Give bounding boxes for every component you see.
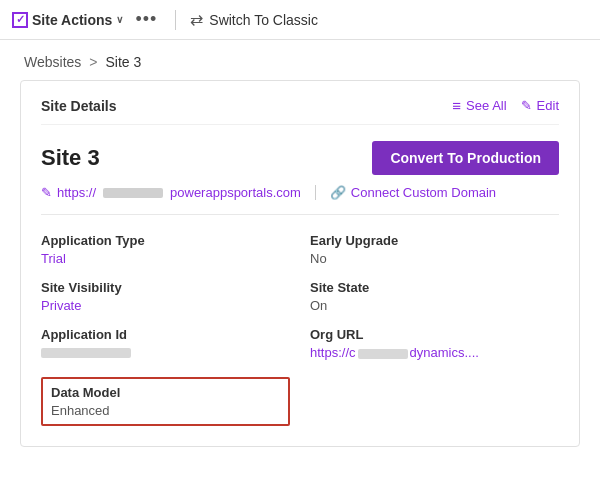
detail-early-upgrade: Early Upgrade No xyxy=(310,233,559,266)
more-options-button[interactable]: ••• xyxy=(131,9,161,30)
value-site-visibility: Private xyxy=(41,298,290,313)
switch-icon: ⇄ xyxy=(190,10,203,29)
link-icon: 🔗 xyxy=(330,185,346,200)
label-org-url: Org URL xyxy=(310,327,559,342)
detail-org-url: Org URL https://cdynamics.... xyxy=(310,327,559,361)
breadcrumb-parent[interactable]: Websites xyxy=(24,54,81,70)
label-site-state: Site State xyxy=(310,280,559,295)
switch-label: Switch To Classic xyxy=(209,12,318,28)
detail-application-type: Application Type Trial xyxy=(41,233,290,266)
detail-data-model: Data Model Enhanced xyxy=(41,377,290,426)
org-url-suffix: dynamics.... xyxy=(410,345,479,360)
top-nav: ✓ Site Actions ∨ ••• ⇄ Switch To Classic xyxy=(0,0,600,40)
list-icon: ≡ xyxy=(452,97,461,114)
value-site-state: On xyxy=(310,298,559,313)
connect-custom-domain-link[interactable]: 🔗 Connect Custom Domain xyxy=(316,185,496,200)
label-early-upgrade: Early Upgrade xyxy=(310,233,559,248)
site-title-row: Site 3 Convert To Production xyxy=(41,141,559,175)
details-grid: Application Type Trial Early Upgrade No … xyxy=(41,233,559,426)
detail-site-visibility: Site Visibility Private xyxy=(41,280,290,313)
value-data-model: Enhanced xyxy=(51,403,280,418)
url-suffix: powerappsportals.com xyxy=(170,185,301,200)
site-actions-chevron-icon: ∨ xyxy=(116,14,123,25)
detail-site-state: Site State On xyxy=(310,280,559,313)
edit-label: Edit xyxy=(537,98,559,113)
site-name: Site 3 xyxy=(41,145,100,171)
label-data-model: Data Model xyxy=(51,385,280,400)
url-redacted-part xyxy=(103,188,163,198)
value-org-url: https://cdynamics.... xyxy=(310,345,559,360)
url-pencil-icon: ✎ xyxy=(41,185,52,200)
value-application-type: Trial xyxy=(41,251,290,266)
breadcrumb-current: Site 3 xyxy=(106,54,142,70)
connect-domain-label: Connect Custom Domain xyxy=(351,185,496,200)
card-title: Site Details xyxy=(41,98,116,114)
detail-application-id: Application Id xyxy=(41,327,290,361)
org-url-prefix: https://c xyxy=(310,345,356,360)
pencil-icon: ✎ xyxy=(521,98,532,113)
site-actions-label: Site Actions xyxy=(32,12,112,28)
label-site-visibility: Site Visibility xyxy=(41,280,290,295)
see-all-label: See All xyxy=(466,98,506,113)
see-all-button[interactable]: ≡ See All xyxy=(452,97,506,114)
nav-divider xyxy=(175,10,176,30)
breadcrumb-separator: > xyxy=(89,54,97,70)
convert-to-production-button[interactable]: Convert To Production xyxy=(372,141,559,175)
label-application-type: Application Type xyxy=(41,233,290,248)
org-url-redacted xyxy=(358,349,408,359)
label-application-id: Application Id xyxy=(41,327,290,342)
url-prefix: https:// xyxy=(57,185,96,200)
card-header: Site Details ≡ See All ✎ Edit xyxy=(41,97,559,125)
value-early-upgrade: No xyxy=(310,251,559,266)
value-application-id-redacted xyxy=(41,348,131,358)
card-header-actions: ≡ See All ✎ Edit xyxy=(452,97,559,114)
site-actions-menu[interactable]: ✓ Site Actions ∨ xyxy=(12,12,123,28)
site-actions-checkbox-icon: ✓ xyxy=(12,12,28,28)
site-details-card: Site Details ≡ See All ✎ Edit Site 3 Con… xyxy=(20,80,580,447)
switch-to-classic-button[interactable]: ⇄ Switch To Classic xyxy=(190,10,318,29)
breadcrumb: Websites > Site 3 xyxy=(0,40,600,80)
url-row: ✎ https:// powerappsportals.com 🔗 Connec… xyxy=(41,185,559,215)
site-url-link[interactable]: ✎ https:// powerappsportals.com xyxy=(41,185,316,200)
edit-button[interactable]: ✎ Edit xyxy=(521,98,559,113)
